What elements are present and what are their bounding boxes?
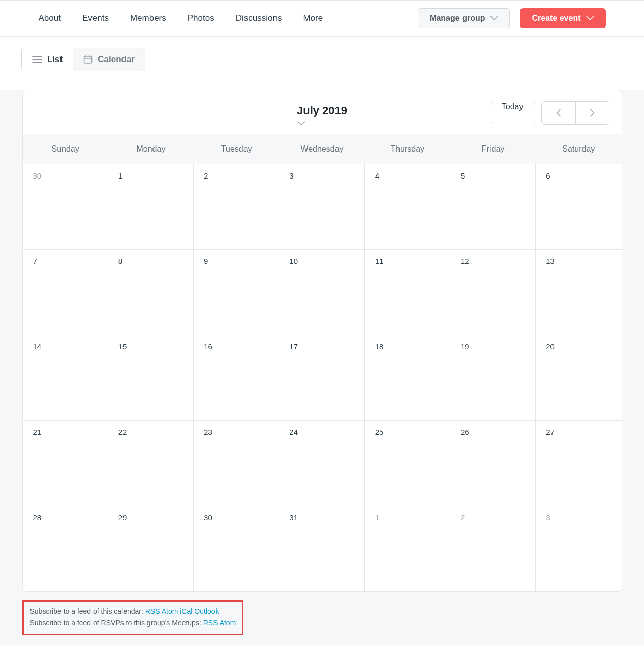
manage-group-button[interactable]: Manage group: [418, 8, 510, 28]
day-cell[interactable]: 3: [536, 506, 621, 592]
next-month-button[interactable]: [575, 102, 609, 124]
day-cell[interactable]: 18: [365, 335, 450, 421]
create-event-button[interactable]: Create event: [520, 8, 605, 28]
day-cell[interactable]: 12: [450, 250, 536, 335]
day-cell[interactable]: 3: [279, 164, 364, 250]
day-cell[interactable]: 1: [108, 164, 194, 250]
feed-link-atom[interactable]: Atom: [162, 607, 178, 615]
day-cell[interactable]: 15: [108, 335, 194, 421]
day-cell[interactable]: 22: [108, 421, 194, 506]
day-cell[interactable]: 8: [108, 250, 194, 335]
day-cell[interactable]: 1: [365, 506, 450, 592]
day-cell[interactable]: 5: [450, 164, 536, 250]
view-list-button[interactable]: List: [22, 48, 73, 71]
chevron-left-icon: [556, 108, 562, 118]
nav-discussions[interactable]: Discussions: [236, 13, 282, 23]
calendar-title: July 2019: [297, 104, 347, 118]
calendar-title-block[interactable]: July 2019: [297, 104, 347, 126]
chevron-down-icon: [297, 121, 347, 126]
calendar-icon: [83, 55, 93, 64]
svg-rect-3: [84, 56, 92, 63]
day-cell[interactable]: 28: [23, 506, 108, 592]
dow-saturday: Saturday: [536, 134, 621, 164]
feed-line2-prefix: Subscribe to a feed of RSVPs to this gro…: [30, 619, 203, 627]
day-cell[interactable]: 29: [108, 506, 194, 592]
view-list-label: List: [47, 54, 63, 65]
day-cell[interactable]: 2: [194, 164, 279, 250]
nav-more[interactable]: More: [303, 13, 323, 23]
day-cell[interactable]: 6: [536, 164, 621, 250]
nav-photos[interactable]: Photos: [188, 13, 214, 23]
view-toggle: List Calendar: [21, 48, 145, 71]
chevron-down-icon: [490, 16, 498, 21]
feed-line1-prefix: Subscribe to a feed of this calendar:: [30, 607, 145, 615]
view-calendar-label: Calendar: [98, 54, 135, 65]
create-event-label: Create event: [532, 14, 580, 23]
day-cell[interactable]: 30: [194, 506, 279, 592]
feed-link-ical[interactable]: iCal: [180, 607, 192, 615]
feed-link-rss[interactable]: RSS: [203, 619, 218, 627]
manage-group-label: Manage group: [430, 14, 485, 23]
page-body: July 2019 Today: [0, 90, 644, 645]
dow-thursday: Thursday: [365, 134, 450, 164]
nav-links: About Events Members Photos Discussions …: [39, 13, 323, 23]
day-cell[interactable]: 31: [279, 506, 364, 592]
day-cell[interactable]: 20: [536, 335, 621, 421]
prev-month-button[interactable]: [542, 102, 575, 124]
day-cell[interactable]: 23: [194, 421, 279, 506]
month-nav: [541, 101, 609, 125]
view-toggle-area: List Calendar: [0, 37, 644, 90]
day-of-week-header: Sunday Monday Tuesday Wednesday Thursday…: [23, 134, 622, 164]
day-cell[interactable]: 4: [365, 164, 450, 250]
chevron-right-icon: [589, 108, 595, 118]
day-cell[interactable]: 19: [450, 335, 536, 421]
day-cell[interactable]: 27: [536, 421, 621, 506]
top-nav-bar: About Events Members Photos Discussions …: [0, 0, 644, 37]
day-cell[interactable]: 16: [194, 335, 279, 421]
calendar-header: July 2019 Today: [23, 90, 622, 134]
day-cell[interactable]: 2: [450, 506, 536, 592]
dow-friday: Friday: [450, 134, 536, 164]
chevron-down-icon: [586, 16, 594, 21]
nav-events[interactable]: Events: [82, 13, 109, 23]
day-cell[interactable]: 13: [536, 250, 621, 335]
dow-wednesday: Wednesday: [279, 134, 364, 164]
day-cell[interactable]: 26: [450, 421, 536, 506]
day-cell[interactable]: 17: [279, 335, 364, 421]
list-icon: [32, 55, 42, 64]
nav-members[interactable]: Members: [130, 13, 166, 23]
day-cell[interactable]: 9: [194, 250, 279, 335]
day-cell[interactable]: 25: [365, 421, 450, 506]
feed-line-calendar: Subscribe to a feed of this calendar: RS…: [30, 606, 236, 617]
day-cell[interactable]: 21: [23, 421, 108, 506]
day-cell[interactable]: 24: [279, 421, 364, 506]
view-calendar-button[interactable]: Calendar: [73, 48, 145, 71]
calendar-card: July 2019 Today: [22, 90, 622, 592]
day-cell[interactable]: 30: [23, 164, 108, 250]
calendar-controls: Today: [490, 101, 609, 125]
dow-monday: Monday: [108, 134, 194, 164]
nav-about[interactable]: About: [39, 13, 61, 23]
feed-line-rsvp: Subscribe to a feed of RSVPs to this gro…: [30, 617, 236, 628]
feed-link-outlook[interactable]: Outlook: [194, 607, 219, 615]
dow-tuesday: Tuesday: [194, 134, 279, 164]
calendar-grid: 3012345678910111213141516171819202122232…: [23, 164, 622, 592]
day-cell[interactable]: 14: [23, 335, 108, 421]
dow-sunday: Sunday: [23, 134, 108, 164]
day-cell[interactable]: 11: [365, 250, 450, 335]
feed-subscribe-box: Subscribe to a feed of this calendar: RS…: [22, 600, 622, 635]
day-cell[interactable]: 7: [23, 250, 108, 335]
topbar-actions: Manage group Create event: [418, 8, 605, 28]
feed-link-atom[interactable]: Atom: [220, 619, 236, 627]
feed-link-rss[interactable]: RSS: [145, 607, 160, 615]
day-cell[interactable]: 10: [279, 250, 364, 335]
today-button[interactable]: Today: [490, 102, 535, 124]
